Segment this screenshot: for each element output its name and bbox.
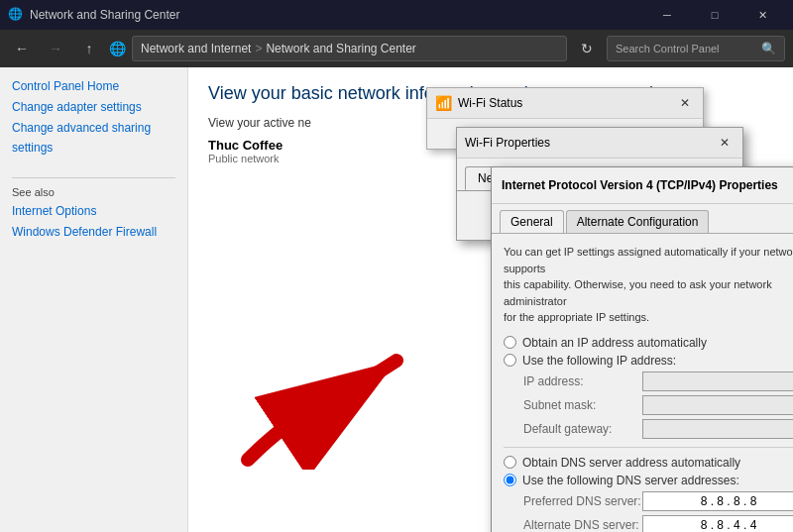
divider — [504, 447, 793, 448]
window-controls: ─ □ ✕ — [644, 0, 785, 30]
close-button[interactable]: ✕ — [739, 0, 785, 30]
maximize-button[interactable]: □ — [692, 0, 737, 30]
obtain-ip-label: Obtain an IP address automatically — [522, 336, 707, 350]
ip-address-row: IP address: — [504, 372, 793, 391]
gateway-label: Default gateway: — [523, 422, 642, 436]
obtain-dns-radio[interactable] — [504, 456, 516, 469]
tcp-body: You can get IP settings assigned automat… — [492, 234, 793, 532]
window-title: Network and Sharing Center — [30, 8, 644, 22]
alternate-dns-row: Alternate DNS server: — [504, 515, 793, 533]
use-ip-radio[interactable] — [504, 354, 516, 367]
alternate-dns-input[interactable] — [642, 515, 793, 533]
wifi-props-titlebar: Wi-Fi Properties ✕ — [457, 128, 742, 159]
sidebar-item-change-advanced[interactable]: Change advanced sharing settings — [12, 119, 175, 157]
red-arrow — [228, 321, 426, 473]
use-ip-label: Use the following IP address: — [522, 354, 676, 368]
tcp-title: Internet Protocol Version 4 (TCP/IPv4) P… — [502, 178, 793, 192]
subnet-row: Subnet mask: — [504, 395, 793, 415]
ip-address-input[interactable] — [642, 372, 793, 391]
path-segment-2: Network and Sharing Center — [266, 42, 415, 55]
path-separator-1: > — [255, 42, 262, 55]
tab-alternate-config[interactable]: Alternate Configuration — [566, 210, 710, 233]
ip-section: Obtain an IP address automatically Use t… — [504, 336, 793, 439]
obtain-dns-radio-row: Obtain DNS server address automatically — [504, 456, 793, 470]
sidebar-section-nav: Control Panel Home Change adapter settin… — [12, 77, 175, 158]
search-box[interactable]: Search Control Panel 🔍 — [607, 36, 785, 61]
app-icon: 🌐 — [8, 7, 24, 23]
content-area: View your basic network information and … — [188, 67, 793, 532]
main-area: Control Panel Home Change adapter settin… — [0, 67, 793, 532]
ip-address-label: IP address: — [523, 374, 642, 388]
use-dns-radio-row: Use the following DNS server addresses: — [504, 474, 793, 487]
wifi-props-close[interactable]: ✕ — [715, 134, 735, 152]
alternate-dns-label: Alternate DNS server: — [523, 518, 642, 532]
preferred-dns-label: Preferred DNS server: — [523, 494, 642, 508]
subnet-label: Subnet mask: — [523, 398, 642, 412]
see-also-section: See also Internet Options Windows Defend… — [12, 177, 175, 242]
wifi-props-title: Wi-Fi Properties — [465, 136, 715, 150]
gateway-row: Default gateway: — [504, 419, 793, 439]
preferred-dns-row: Preferred DNS server: — [504, 491, 793, 511]
search-placeholder: Search Control Panel — [616, 43, 720, 54]
obtain-ip-radio[interactable] — [504, 336, 516, 349]
title-bar: 🌐 Network and Sharing Center ─ □ ✕ — [0, 0, 793, 30]
use-dns-radio[interactable] — [504, 474, 516, 486]
subnet-input[interactable] — [642, 395, 793, 415]
wifi-status-titlebar: 📶 Wi-Fi Status ✕ — [427, 88, 703, 119]
tab-general[interactable]: General — [500, 210, 564, 233]
minimize-button[interactable]: ─ — [644, 0, 690, 30]
folder-icon: 🌐 — [109, 41, 126, 56]
wifi-status-close[interactable]: ✕ — [675, 94, 695, 112]
wifi-status-title: Wi-Fi Status — [458, 96, 675, 110]
forward-button[interactable]: → — [42, 35, 69, 62]
preferred-dns-input[interactable] — [642, 491, 793, 511]
use-ip-radio-row: Use the following IP address: — [504, 354, 793, 368]
address-bar: ← → ↑ 🌐 Network and Internet > Network a… — [0, 30, 793, 67]
sidebar-item-windows-firewall[interactable]: Windows Defender Firewall — [12, 223, 175, 242]
gateway-input[interactable] — [642, 419, 793, 439]
up-button[interactable]: ↑ — [75, 35, 103, 62]
search-icon: 🔍 — [761, 42, 776, 55]
see-also-title: See also — [12, 186, 175, 198]
obtain-dns-label: Obtain DNS server address automatically — [522, 456, 740, 470]
sidebar-item-control-panel-home[interactable]: Control Panel Home — [12, 77, 175, 96]
sidebar: Control Panel Home Change adapter settin… — [0, 67, 188, 532]
wifi-status-icon: 📶 — [435, 95, 452, 111]
tcp-ipv4-dialog: Internet Protocol Version 4 (TCP/IPv4) P… — [491, 166, 793, 532]
dns-section: Obtain DNS server address automatically … — [504, 456, 793, 533]
use-dns-label: Use the following DNS server addresses: — [522, 474, 739, 487]
sidebar-item-internet-options[interactable]: Internet Options — [12, 202, 175, 221]
tcp-description: You can get IP settings assigned automat… — [504, 244, 793, 326]
tcp-titlebar: Internet Protocol Version 4 (TCP/IPv4) P… — [492, 167, 793, 204]
tcp-tabs: General Alternate Configuration — [492, 204, 793, 234]
address-path[interactable]: Network and Internet > Network and Shari… — [132, 36, 567, 61]
obtain-ip-radio-row: Obtain an IP address automatically — [504, 336, 793, 350]
path-segment-1: Network and Internet — [141, 42, 251, 55]
sidebar-item-change-adapter[interactable]: Change adapter settings — [12, 98, 175, 117]
back-button[interactable]: ← — [8, 35, 36, 62]
refresh-button[interactable]: ↻ — [573, 35, 601, 62]
